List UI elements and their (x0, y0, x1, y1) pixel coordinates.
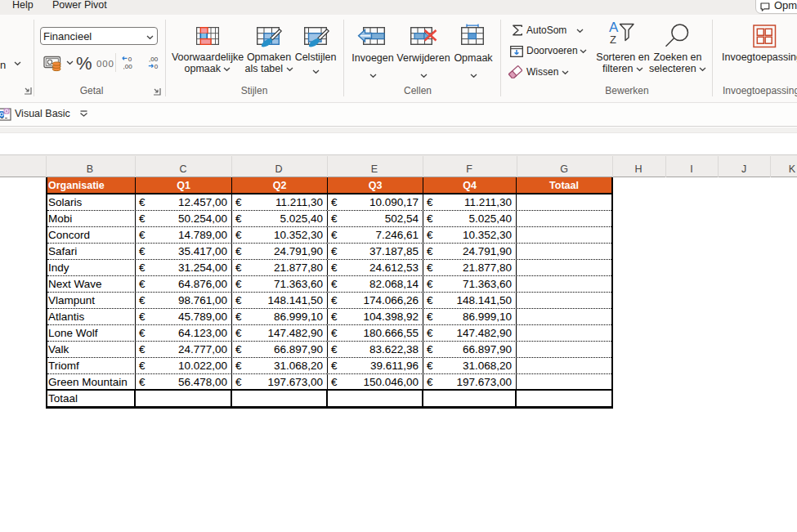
svg-text:,00: ,00 (149, 56, 159, 63)
svg-text:0: 0 (154, 63, 159, 70)
svg-text:,00: ,00 (123, 63, 133, 70)
svg-text:0: 0 (128, 56, 132, 63)
